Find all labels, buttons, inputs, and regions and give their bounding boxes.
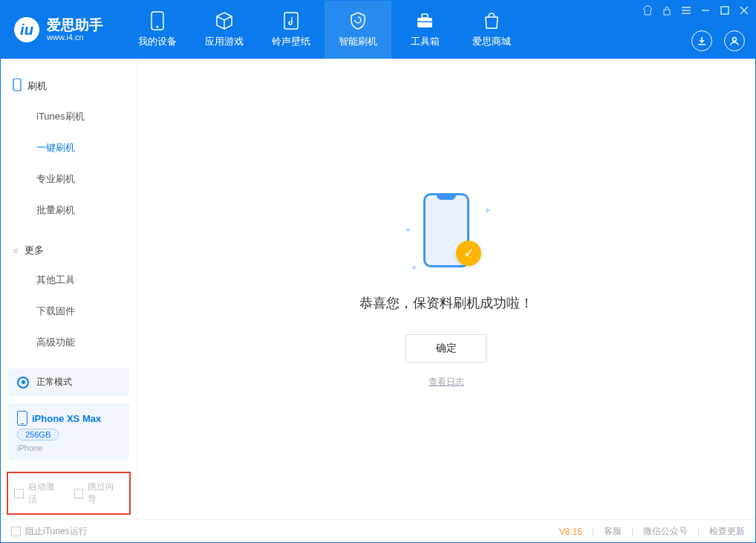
footer: 阻止iTunes运行 V8.16 客服 微信公众号 检查更新 — [1, 519, 755, 543]
nav-toolbox[interactable]: 工具箱 — [391, 1, 458, 59]
logo-title: 爱思助手 — [47, 18, 103, 33]
device-icon — [148, 11, 167, 30]
shield-icon — [348, 11, 368, 30]
download-button[interactable] — [691, 30, 712, 51]
toolbox-icon — [415, 11, 434, 30]
music-icon — [281, 11, 301, 30]
list-icon: ≡ — [13, 245, 19, 256]
checkbox-stop-itunes[interactable]: 阻止iTunes运行 — [11, 525, 88, 538]
device-phone-icon — [17, 411, 27, 426]
device-card[interactable]: iPhone XS Max 256GB iPhone — [8, 403, 129, 460]
sidebar-group-flash: 刷机 — [1, 71, 137, 101]
device-type: iPhone — [17, 443, 120, 452]
user-button[interactable] — [724, 30, 745, 51]
success-illustration: ✓ ✦ ✦ ✦ — [405, 190, 487, 272]
success-message: 恭喜您，保资料刷机成功啦！ — [359, 294, 533, 312]
svg-rect-4 — [422, 14, 428, 18]
checkbox-icon — [11, 527, 21, 536]
divider — [632, 527, 633, 536]
device-name: iPhone XS Max — [17, 411, 120, 426]
sidebar-item-pro[interactable]: 专业刷机 — [1, 163, 137, 195]
checkbox-skip-guide[interactable]: 跳过向导 — [74, 481, 124, 506]
window-controls — [642, 5, 749, 16]
version-label: V8.16 — [559, 527, 582, 537]
sidebar-item-batch[interactable]: 批量刷机 — [1, 195, 137, 226]
svg-rect-2 — [284, 13, 298, 29]
svg-point-14 — [733, 38, 737, 42]
view-log-link[interactable]: 查看日志 — [428, 376, 464, 388]
sidebar-item-oneclick[interactable]: 一键刷机 — [1, 132, 137, 163]
main-content: ✓ ✦ ✦ ✦ 恭喜您，保资料刷机成功啦！ 确定 查看日志 — [137, 59, 755, 519]
nav-flash[interactable]: 智能刷机 — [325, 1, 391, 59]
shirt-icon[interactable] — [642, 5, 653, 16]
maximize-icon[interactable] — [720, 5, 730, 16]
sidebar: 刷机 iTunes刷机 一键刷机 专业刷机 批量刷机 ≡ 更多 其他工具 下载固… — [1, 59, 137, 519]
header: iu 爱思助手 www.i4.cn 我的设备 应用游戏 铃声壁纸 智能刷机 工具… — [1, 1, 755, 59]
svg-rect-11 — [721, 7, 729, 14]
svg-rect-15 — [13, 79, 21, 91]
minimize-icon[interactable] — [700, 5, 711, 16]
footer-kefu[interactable]: 客服 — [604, 525, 622, 538]
sparkle-icon: ✦ — [483, 205, 492, 216]
sidebar-item-itunes[interactable]: iTunes刷机 — [1, 101, 137, 132]
logo-icon: iu — [14, 17, 39, 42]
mode-icon — [17, 377, 29, 388]
mode-label: 正常模式 — [36, 376, 72, 388]
sparkle-icon: ✦ — [410, 262, 418, 273]
logo[interactable]: iu 爱思助手 www.i4.cn — [1, 17, 117, 42]
check-icon: ✓ — [456, 241, 481, 266]
sidebar-item-firmware[interactable]: 下载固件 — [1, 296, 137, 327]
bag-icon — [482, 11, 501, 30]
divider — [698, 527, 699, 536]
sparkle-icon: ✦ — [404, 224, 412, 235]
divider — [593, 527, 593, 536]
footer-wechat[interactable]: 微信公众号 — [643, 525, 688, 538]
svg-rect-6 — [664, 10, 670, 15]
logo-sub: www.i4.cn — [47, 33, 103, 42]
main-nav: 我的设备 应用游戏 铃声壁纸 智能刷机 工具箱 爱思商城 — [124, 1, 525, 59]
cube-icon — [215, 11, 234, 30]
checkbox-icon — [74, 489, 84, 498]
phone-small-icon — [13, 78, 22, 94]
sidebar-item-other[interactable]: 其他工具 — [1, 264, 137, 296]
nav-ringtones[interactable]: 铃声壁纸 — [258, 1, 325, 59]
device-storage: 256GB — [17, 429, 59, 440]
nav-apps[interactable]: 应用游戏 — [191, 1, 258, 59]
svg-point-1 — [157, 26, 159, 28]
menu-icon[interactable] — [681, 5, 691, 16]
svg-rect-3 — [417, 18, 432, 27]
mode-card[interactable]: 正常模式 — [8, 368, 129, 396]
close-icon[interactable] — [739, 5, 749, 16]
checkbox-auto-activate[interactable]: 自动激活 — [14, 481, 64, 506]
options-highlight: 自动激活 跳过向导 — [7, 472, 131, 515]
body: 刷机 iTunes刷机 一键刷机 专业刷机 批量刷机 ≡ 更多 其他工具 下载固… — [1, 59, 755, 519]
header-actions — [691, 30, 745, 51]
nav-my-device[interactable]: 我的设备 — [124, 1, 191, 59]
lock-icon[interactable] — [662, 5, 672, 16]
checkbox-icon — [14, 489, 24, 498]
footer-update[interactable]: 检查更新 — [709, 525, 745, 538]
confirm-button[interactable]: 确定 — [405, 334, 487, 362]
sidebar-item-advanced[interactable]: 高级功能 — [1, 327, 137, 358]
sidebar-group-more: ≡ 更多 — [1, 236, 137, 264]
nav-store[interactable]: 爱思商城 — [458, 1, 525, 59]
svg-rect-5 — [417, 22, 432, 23]
